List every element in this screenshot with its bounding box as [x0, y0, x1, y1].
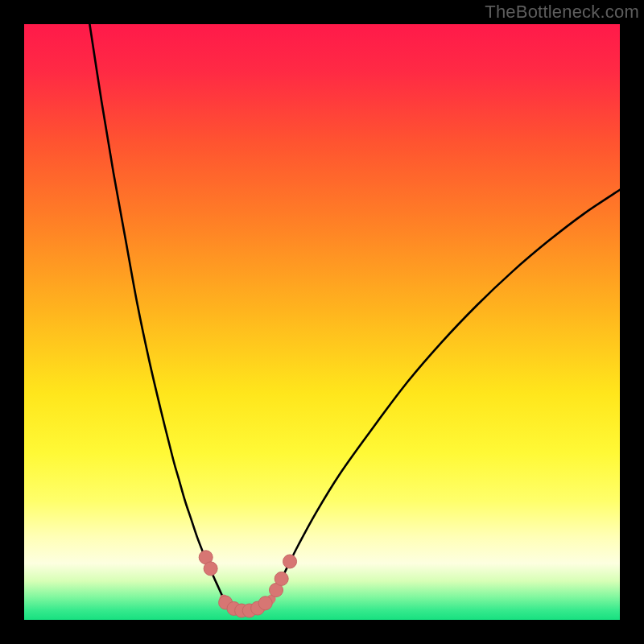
gradient-bg — [24, 24, 620, 620]
watermark-text: TheBottleneck.com — [485, 2, 639, 23]
chart-frame: TheBottleneck.com — [0, 0, 644, 644]
data-marker — [275, 572, 288, 585]
data-marker — [283, 555, 297, 568]
data-marker — [258, 597, 272, 610]
data-marker — [204, 562, 217, 576]
plot-area — [24, 24, 620, 620]
plot-svg — [24, 24, 620, 620]
